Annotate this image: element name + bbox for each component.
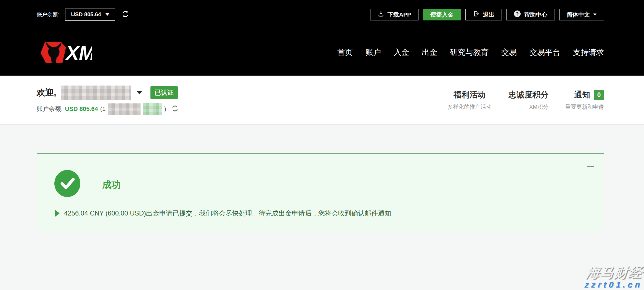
- balance-label: 账户余额:: [37, 11, 59, 18]
- xm-logo[interactable]: XM: [37, 40, 92, 65]
- account-number-open: (1: [100, 105, 106, 113]
- xm-bull-logo-icon: XM: [37, 40, 92, 65]
- notifications-subtitle: 重要更新和申请: [565, 103, 604, 111]
- top-utility-bar: 账户余额: USD 805.64 下载APP 便捷入金: [0, 0, 644, 29]
- success-check-icon: [54, 170, 81, 197]
- language-label: 简体中文: [567, 11, 590, 18]
- loyalty-title: 忠诚度积分: [508, 89, 548, 100]
- notifications-link[interactable]: 通知 0 重要更新和申请: [565, 89, 604, 111]
- page-content: 成功 4256.04 CNY (600.00 USD)出金申请已提交，我们将会尽…: [0, 125, 644, 290]
- download-icon: [378, 10, 384, 18]
- refresh-icon: [121, 10, 129, 19]
- success-message-row: 4256.04 CNY (600.00 USD)出金申请已提交，我们将会尽快处理…: [55, 209, 398, 218]
- quick-deposit-button[interactable]: 便捷入金: [423, 9, 461, 20]
- main-navbar: XM 首页 账户 入金 出金 研究与教育 交易 交易平台 支持请求: [0, 29, 644, 76]
- account-balance-dropdown[interactable]: USD 805.64: [65, 9, 115, 21]
- collapse-alert-button[interactable]: [587, 166, 594, 167]
- help-center-label: 帮助中心: [524, 11, 547, 18]
- xm-logo-text: XM: [65, 42, 92, 64]
- chevron-down-icon: [593, 14, 597, 15]
- account-number-redacted: [108, 103, 141, 115]
- refresh-balance-button[interactable]: [121, 10, 129, 19]
- help-center-button[interactable]: ? 帮助中心: [506, 9, 555, 20]
- download-app-button[interactable]: 下载APP: [370, 9, 418, 20]
- loyalty-subtitle: XM积分: [529, 103, 548, 111]
- welcome-balance-value: USD 805.64: [65, 105, 98, 113]
- success-alert: 成功 4256.04 CNY (600.00 USD)出金申请已提交，我们将会尽…: [37, 153, 604, 231]
- balance-group: 账户余额: USD 805.64: [37, 9, 129, 21]
- nav-item-trading[interactable]: 交易: [501, 47, 517, 58]
- account-server-redacted: [143, 103, 162, 115]
- watermark-url: zzrt01.cn: [584, 280, 643, 289]
- welcome-greeting: 欢迎,: [37, 87, 56, 99]
- welcome-left: 欢迎, 已认证 账户余额: USD 805.64 (1 ): [37, 86, 179, 115]
- user-name-redacted: [61, 86, 131, 100]
- welcome-row: 欢迎, 已认证: [37, 86, 179, 100]
- account-menu-chevron-icon[interactable]: [137, 91, 142, 94]
- refresh-icon: [171, 105, 179, 113]
- promotions-link[interactable]: 福利活动 多样化的推广活动: [447, 89, 492, 111]
- nav-item-research-education[interactable]: 研究与教育: [450, 47, 489, 58]
- verified-badge: 已认证: [150, 86, 178, 99]
- question-circle-icon: ?: [514, 10, 521, 19]
- download-app-label: 下载APP: [388, 11, 411, 18]
- topbar-actions: 下载APP 便捷入金 退出 ? 帮助中心 简体中文: [370, 9, 604, 20]
- watermark-brand: 海马财经: [584, 265, 643, 280]
- chevron-down-icon: [105, 13, 109, 16]
- primary-navigation: 首页 账户 入金 出金 研究与教育 交易 交易平台 支持请求: [337, 47, 604, 58]
- watermark: 海马财经 zzrt01.cn: [585, 265, 642, 289]
- nav-item-home[interactable]: 首页: [337, 47, 353, 58]
- language-selector[interactable]: 简体中文: [559, 9, 604, 20]
- svg-text:?: ?: [516, 11, 519, 17]
- quick-deposit-label: 便捷入金: [430, 11, 454, 18]
- balance-row: 账户余额: USD 805.64 (1 ): [37, 103, 179, 115]
- success-title: 成功: [102, 179, 121, 191]
- notification-count-badge: 0: [594, 90, 604, 100]
- logout-icon: [473, 10, 479, 18]
- logout-label: 退出: [483, 11, 494, 18]
- arrow-right-icon: [55, 210, 60, 217]
- loyalty-points-link[interactable]: 忠诚度积分 XM积分: [508, 89, 548, 111]
- welcome-strip: 欢迎, 已认证 账户余额: USD 805.64 (1 ): [0, 76, 644, 125]
- nav-item-support[interactable]: 支持请求: [573, 47, 604, 58]
- account-number-close: ): [164, 105, 166, 113]
- nav-item-deposit[interactable]: 入金: [394, 47, 409, 58]
- nav-item-withdrawal[interactable]: 出金: [422, 47, 437, 58]
- nav-item-account[interactable]: 账户: [365, 47, 381, 58]
- promotions-title: 福利活动: [454, 89, 486, 100]
- success-message: 4256.04 CNY (600.00 USD)出金申请已提交，我们将会尽快处理…: [64, 209, 398, 218]
- divider: [500, 89, 500, 112]
- welcome-links: 福利活动 多样化的推广活动 忠诚度积分 XM积分 通知 0 重要更新和申请: [447, 89, 604, 112]
- account-balance-value: USD 805.64: [71, 11, 101, 18]
- logout-button[interactable]: 退出: [465, 9, 502, 20]
- welcome-balance-label: 账户余额:: [37, 105, 63, 113]
- divider: [557, 89, 557, 112]
- nav-item-platforms[interactable]: 交易平台: [529, 47, 560, 58]
- promotions-subtitle: 多样化的推广活动: [447, 103, 492, 111]
- refresh-account-button[interactable]: [171, 105, 179, 113]
- notifications-title: 通知: [574, 89, 590, 100]
